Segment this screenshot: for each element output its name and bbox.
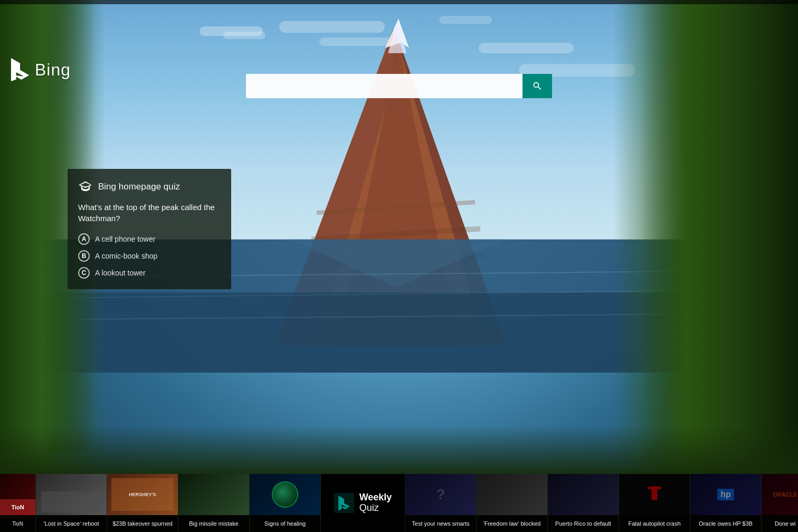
option-text-c: A lookout tower (95, 269, 146, 277)
mortarboard-icon (78, 179, 93, 194)
news-tile-freedom-law[interactable]: 'Freedom law' blocked (477, 474, 548, 532)
top-bar (0, 0, 798, 4)
bing-logo-area: Bing (11, 58, 71, 81)
header: Bing (0, 74, 798, 98)
tile-label-partial: TioN (0, 515, 35, 532)
news-tile-lost-in-space[interactable]: 'Lost in Space' reboot (36, 474, 107, 532)
quiz-option-a[interactable]: A A cell phone tower (78, 233, 221, 245)
quiz-option-b[interactable]: B A comic-book shop (78, 250, 221, 262)
news-tile-autopilot[interactable]: Fatal autopilot crash (619, 474, 690, 532)
search-button[interactable] (522, 74, 552, 98)
tile-label-news-smarts: Test your news smarts (405, 515, 476, 532)
news-tile-weekly-quiz[interactable]: Weekly Quiz Weekly Quiz (321, 474, 405, 532)
weekly-quiz-weekly: Weekly (359, 492, 392, 503)
search-icon (532, 81, 543, 91)
quiz-question: What's at the top of the peak called the… (78, 202, 221, 224)
option-text-a: A cell phone tower (95, 235, 155, 243)
tile-label-lost-in-space: 'Lost in Space' reboot (36, 515, 107, 532)
tile-label-autopilot: Fatal autopilot crash (619, 515, 690, 532)
search-bar-container (246, 74, 552, 98)
option-circle-c: C (78, 267, 90, 279)
tile-label-freedom-law: 'Freedom law' blocked (477, 515, 547, 532)
tile-label-23b: $23B takeover spurned (107, 515, 178, 532)
news-tile-puerto-rico[interactable]: Puerto Rico to default (548, 474, 619, 532)
quiz-header: Bing homepage quiz (78, 179, 221, 194)
weekly-quiz-quiz: Quiz (359, 503, 392, 514)
tile-label-oracle-partial: Done wi (762, 515, 798, 532)
option-circle-a: A (78, 233, 90, 245)
search-input[interactable] (246, 74, 522, 98)
bing-logo-text: Bing (35, 60, 71, 80)
news-tile-partial-left[interactable]: TioN TioN (0, 474, 36, 532)
option-text-b: A comic-book shop (95, 252, 157, 260)
news-tile-23b[interactable]: HERSHEY'S $23B takeover spurned (107, 474, 178, 532)
news-tile-healing[interactable]: Signs of healing (250, 474, 321, 532)
quiz-option-c[interactable]: C A lookout tower (78, 267, 221, 279)
option-circle-b: B (78, 250, 90, 262)
news-bar: TioN TioN 'Lost in Space' reboot HERSHEY… (0, 474, 798, 532)
quiz-title: Bing homepage quiz (98, 182, 180, 192)
quiz-panel: Bing homepage quiz What's at the top of … (68, 169, 231, 289)
tile-label-missile: Big missile mistake (178, 515, 249, 532)
news-tile-missile[interactable]: Big missile mistake (178, 474, 250, 532)
news-tile-oracle-partial[interactable]: ORACLE Done wi (762, 474, 798, 532)
bing-logo-icon (11, 58, 30, 81)
news-tile-news-smarts[interactable]: ? Test your news smarts (405, 474, 477, 532)
tile-label-oracle-hp: Oracle owes HP $3B (690, 515, 761, 532)
news-tile-oracle-hp[interactable]: hp Oracle owes HP $3B (690, 474, 762, 532)
tile-label-puerto-rico: Puerto Rico to default (548, 515, 619, 532)
tile-label-healing: Signs of healing (250, 515, 320, 532)
quiz-options: A A cell phone tower B A comic-book shop… (78, 233, 221, 279)
